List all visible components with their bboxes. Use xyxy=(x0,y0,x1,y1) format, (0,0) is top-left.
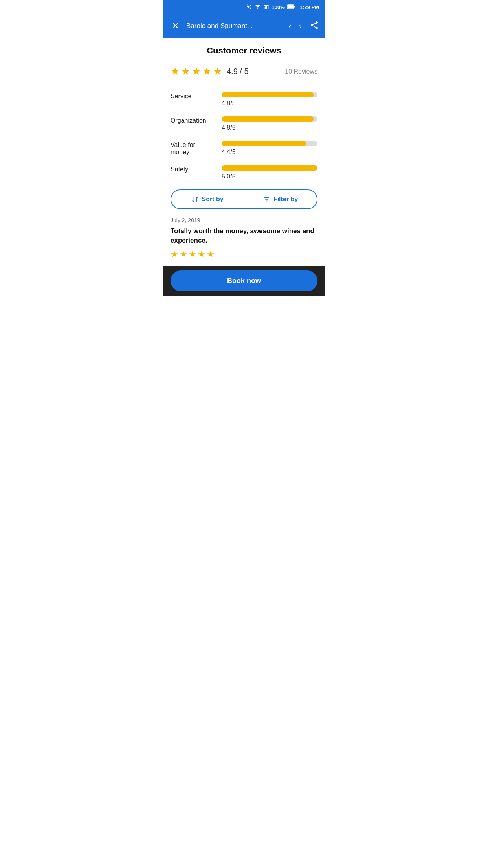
sort-button[interactable]: Sort by xyxy=(171,190,244,208)
review-date: July 2, 2019 xyxy=(171,217,317,223)
service-score: 4.8/5 xyxy=(222,100,236,107)
review-item: July 2, 2019 Totally worth the money, aw… xyxy=(171,217,317,259)
nav-arrows: ‹ › xyxy=(289,20,319,32)
service-right: 4.8/5 xyxy=(222,92,317,107)
sort-label: Sort by xyxy=(202,196,223,203)
filter-row: Sort by Filter by xyxy=(171,189,317,209)
service-label: Service xyxy=(171,92,214,100)
share-button[interactable] xyxy=(310,20,319,32)
signal-icon xyxy=(263,4,270,11)
svg-rect-6 xyxy=(288,5,294,8)
value-right: 4.4/5 xyxy=(222,141,317,156)
value-bar-fill xyxy=(222,141,306,146)
safety-label: Safety xyxy=(171,165,214,173)
star-4: ★ xyxy=(202,65,211,77)
organization-right: 4.8/5 xyxy=(222,116,317,131)
overall-rating: ★ ★ ★ ★ ★ 4.9 / 5 10 Reviews xyxy=(171,65,317,77)
star-1: ★ xyxy=(171,65,180,77)
svg-rect-2 xyxy=(266,6,267,9)
divider xyxy=(171,84,317,84)
svg-rect-0 xyxy=(264,7,264,9)
stars-row: ★ ★ ★ ★ ★ 4.9 / 5 xyxy=(171,65,249,77)
review-star-5: ★ xyxy=(207,249,215,259)
battery-text: 100% xyxy=(272,4,285,10)
bottom-bar: Book now xyxy=(163,266,325,296)
main-content: Customer reviews ★ ★ ★ ★ ★ 4.9 / 5 10 Re… xyxy=(163,38,325,259)
safety-right: 5.0/5 xyxy=(222,165,317,180)
review-stars: ★ ★ ★ ★ ★ xyxy=(171,249,317,259)
status-bar: 100% 1:29 PM xyxy=(163,0,325,14)
book-now-button[interactable]: Book now xyxy=(171,270,317,291)
nav-bar: ✕ Barolo and Spumant... ‹ › xyxy=(163,14,325,38)
svg-rect-1 xyxy=(265,6,266,9)
star-3: ★ xyxy=(192,65,201,77)
review-text: Totally worth the money, awesome wines a… xyxy=(171,226,317,245)
page-title: Barolo and Spumant... xyxy=(186,22,284,30)
mute-icon xyxy=(246,4,252,11)
value-bar-container xyxy=(222,141,317,146)
service-bar-fill xyxy=(222,92,314,97)
section-title: Customer reviews xyxy=(171,46,317,56)
filter-label: Filter by xyxy=(273,196,298,203)
service-category: Service 4.8/5 xyxy=(171,92,317,107)
value-score: 4.4/5 xyxy=(222,149,236,155)
value-category: Value formoney 4.4/5 xyxy=(171,141,317,156)
organization-label: Organization xyxy=(171,116,214,124)
rating-categories: Service 4.8/5 Organization 4.8/5 Value f… xyxy=(171,92,317,180)
service-bar-container xyxy=(222,92,317,97)
sort-icon xyxy=(191,196,198,203)
reviews-count: 10 Reviews xyxy=(285,68,317,75)
svg-rect-5 xyxy=(294,6,295,7)
rating-number: 4.9 / 5 xyxy=(227,67,249,76)
close-button[interactable]: ✕ xyxy=(169,21,182,31)
battery-icon xyxy=(287,4,295,10)
star-2: ★ xyxy=(181,65,190,77)
safety-category: Safety 5.0/5 xyxy=(171,165,317,180)
organization-bar-container xyxy=(222,116,317,122)
time-display: 1:29 PM xyxy=(300,4,319,10)
review-star-2: ★ xyxy=(180,249,187,259)
safety-bar-fill xyxy=(222,165,317,171)
safety-bar-container xyxy=(222,165,317,171)
filter-icon xyxy=(263,196,270,203)
filter-button[interactable]: Filter by xyxy=(244,190,317,208)
organization-bar-fill xyxy=(222,116,314,122)
review-star-4: ★ xyxy=(198,249,205,259)
review-star-3: ★ xyxy=(189,249,196,259)
next-button[interactable]: › xyxy=(299,22,302,31)
safety-score: 5.0/5 xyxy=(222,173,236,180)
svg-rect-3 xyxy=(268,5,268,9)
organization-category: Organization 4.8/5 xyxy=(171,116,317,131)
review-star-1: ★ xyxy=(171,249,178,259)
wifi-icon xyxy=(255,4,261,11)
organization-score: 4.8/5 xyxy=(222,124,236,131)
star-5: ★ xyxy=(213,65,222,77)
prev-button[interactable]: ‹ xyxy=(289,22,292,31)
value-label: Value formoney xyxy=(171,141,214,156)
